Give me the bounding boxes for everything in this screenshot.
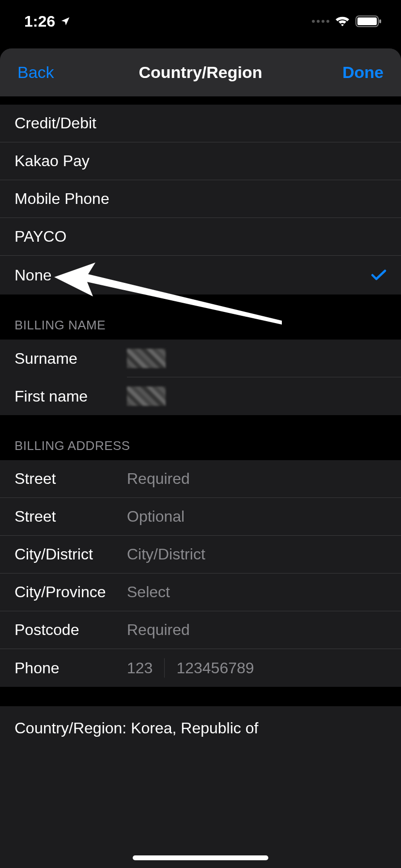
firstname-label: First name <box>15 388 127 405</box>
modal-body: Credit/Debit Kakao Pay Mobile Phone PAYC… <box>0 97 401 750</box>
status-time: 1:26 <box>24 13 55 31</box>
billing-name-header: BILLING NAME <box>0 294 401 340</box>
status-left: 1:26 <box>24 13 71 31</box>
city-input[interactable]: City/District <box>127 545 205 563</box>
country-region-label: Country/Region: Korea, Republic of <box>15 719 258 737</box>
street2-input[interactable]: Optional <box>127 508 185 526</box>
payment-option-kakao-pay[interactable]: Kakao Pay <box>0 142 401 180</box>
status-bar: 1:26 <box>0 0 401 43</box>
billing-address-group: Street Required Street Optional City/Dis… <box>0 460 401 687</box>
page-title: Country/Region <box>139 63 262 82</box>
back-button[interactable]: Back <box>17 63 54 82</box>
modal-sheet: Back Country/Region Done Credit/Debit Ka… <box>0 48 401 868</box>
payment-option-mobile-phone[interactable]: Mobile Phone <box>0 180 401 218</box>
phone-number-input[interactable]: 123456789 <box>176 659 254 677</box>
postcode-row[interactable]: Postcode Required <box>0 611 401 649</box>
postcode-label: Postcode <box>15 621 127 639</box>
payment-option-label: Kakao Pay <box>15 152 90 170</box>
province-select[interactable]: Select <box>127 583 170 601</box>
payment-option-label: None <box>15 266 52 284</box>
street2-label: Street <box>15 508 127 526</box>
home-indicator[interactable] <box>133 855 268 860</box>
payment-option-label: PAYCO <box>15 228 66 246</box>
street1-row[interactable]: Street Required <box>0 460 401 498</box>
street1-input[interactable]: Required <box>127 470 190 488</box>
city-row[interactable]: City/District City/District <box>0 536 401 574</box>
svg-rect-2 <box>379 19 381 23</box>
surname-value-redacted <box>127 349 166 368</box>
province-label: City/Province <box>15 583 127 601</box>
payment-option-label: Mobile Phone <box>15 190 109 208</box>
province-row[interactable]: City/Province Select <box>0 574 401 611</box>
billing-address-header: BILLING ADDRESS <box>0 415 401 460</box>
phone-divider <box>164 658 165 678</box>
surname-row[interactable]: Surname <box>0 340 401 377</box>
street2-row[interactable]: Street Optional <box>0 498 401 536</box>
done-button[interactable]: Done <box>342 63 384 82</box>
street1-label: Street <box>15 470 127 488</box>
battery-icon <box>355 15 382 28</box>
phone-prefix-input[interactable]: 123 <box>127 659 153 677</box>
billing-name-group: Surname First name <box>0 340 401 415</box>
status-right <box>312 15 382 28</box>
checkmark-icon <box>371 269 386 281</box>
payment-option-label: Credit/Debit <box>15 114 96 132</box>
phone-label: Phone <box>15 659 127 677</box>
payment-option-payco[interactable]: PAYCO <box>0 218 401 256</box>
location-icon <box>60 16 71 27</box>
wifi-icon <box>335 16 350 27</box>
cellular-icon <box>312 20 329 23</box>
surname-label: Surname <box>15 350 127 368</box>
firstname-row[interactable]: First name <box>0 377 401 415</box>
firstname-value-redacted <box>127 387 166 406</box>
modal-header: Back Country/Region Done <box>0 48 401 97</box>
phone-row[interactable]: Phone 123 123456789 <box>0 649 401 687</box>
payment-option-credit-debit[interactable]: Credit/Debit <box>0 105 401 142</box>
payment-method-group: Credit/Debit Kakao Pay Mobile Phone PAYC… <box>0 105 401 294</box>
postcode-input[interactable]: Required <box>127 621 190 639</box>
svg-rect-1 <box>357 17 377 25</box>
country-region-row[interactable]: Country/Region: Korea, Republic of <box>0 706 401 750</box>
city-label: City/District <box>15 545 127 563</box>
payment-option-none[interactable]: None <box>0 256 401 294</box>
